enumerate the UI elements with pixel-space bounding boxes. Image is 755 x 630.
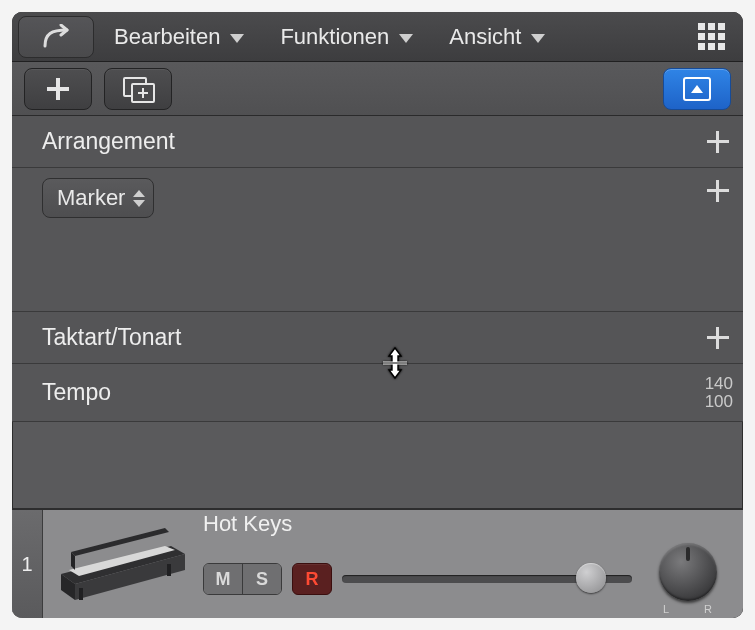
back-arrow-icon (41, 24, 71, 50)
marker-set-popup[interactable]: Marker (42, 178, 154, 218)
slider-thumb[interactable] (576, 563, 606, 593)
duplicate-icon (123, 77, 153, 101)
track-number: 1 (12, 510, 43, 618)
signature-label: Taktart/Tonart (42, 324, 707, 351)
grid-icon (698, 23, 725, 50)
mute-button[interactable]: M (204, 564, 242, 594)
edit-menu[interactable]: Bearbeiten (98, 17, 260, 57)
add-track-button[interactable] (24, 68, 92, 110)
updown-icon (133, 190, 145, 207)
view-menu[interactable]: Ansicht (433, 17, 561, 57)
edit-menu-label: Bearbeiten (114, 24, 220, 50)
toolbar-grid-button[interactable] (685, 17, 737, 57)
add-signature-button[interactable] (707, 327, 729, 349)
menubar: Bearbeiten Funktionen Ansicht (12, 12, 743, 62)
tempo-min: 100 (705, 393, 733, 411)
collapse-up-icon (683, 77, 711, 101)
chevron-down-icon (230, 34, 244, 43)
tempo-label: Tempo (42, 379, 705, 406)
toggle-global-tracks-button[interactable] (663, 68, 731, 110)
pan-labels: L R (663, 603, 713, 615)
view-menu-label: Ansicht (449, 24, 521, 50)
add-arrangement-button[interactable] (707, 131, 729, 153)
functions-menu-label: Funktionen (280, 24, 389, 50)
duplicate-track-button[interactable] (104, 68, 172, 110)
pan-control: L R (642, 543, 734, 615)
record-enable-button[interactable]: R (292, 563, 332, 595)
add-marker-button[interactable] (707, 180, 729, 202)
back-button[interactable] (18, 16, 94, 58)
track-body: Hot Keys M S R L R (203, 510, 743, 618)
tempo-max: 140 (705, 375, 733, 393)
marker-row: Marker (12, 168, 743, 312)
arrangement-row[interactable]: Arrangement (12, 116, 743, 168)
tempo-range: 140 100 (705, 375, 733, 411)
svg-rect-6 (79, 588, 83, 600)
tempo-row[interactable]: Tempo 140 100 (12, 364, 743, 422)
chevron-down-icon (531, 34, 545, 43)
signature-row[interactable]: Taktart/Tonart (12, 312, 743, 364)
solo-button[interactable]: S (242, 564, 281, 594)
volume-slider[interactable] (342, 568, 632, 590)
functions-menu[interactable]: Funktionen (264, 17, 429, 57)
piano-icon (57, 522, 189, 606)
arrangement-label: Arrangement (42, 128, 707, 155)
track-area-window: Bearbeiten Funktionen Ansicht (12, 12, 743, 618)
track-row[interactable]: 1 Hot Keys M S R (12, 508, 743, 618)
mute-solo-group: M S (203, 563, 282, 595)
track-instrument-icon[interactable] (43, 510, 203, 618)
pan-knob[interactable] (659, 543, 717, 601)
marker-label: Marker (57, 185, 125, 211)
track-name[interactable]: Hot Keys (203, 511, 739, 537)
toolbar (12, 62, 743, 116)
plus-icon (47, 78, 69, 100)
track-controls: M S R L R (203, 543, 739, 615)
chevron-down-icon (399, 34, 413, 43)
pan-left-label: L (663, 603, 670, 615)
pan-right-label: R (704, 603, 713, 615)
svg-rect-7 (167, 564, 171, 576)
